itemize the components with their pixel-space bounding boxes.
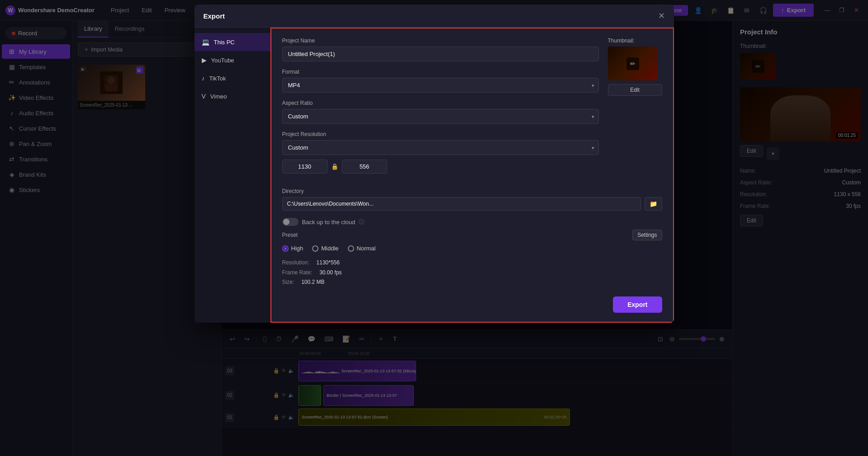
cloud-backup-label: Back up to the cloud <box>302 219 356 226</box>
cloud-backup-row: Back up to the cloud ⓘ <box>282 218 662 226</box>
preset-info-framerate: Frame Rate: 30.00 fps <box>282 268 662 278</box>
thumbnail-edit-button[interactable]: Edit <box>608 84 662 96</box>
modal-header: Export ✕ <box>194 5 674 28</box>
aspect-ratio-select[interactable]: Custom 16:9 4:3 <box>282 109 599 124</box>
radio-dot-high <box>284 247 287 250</box>
tiktok-icon: ♪ <box>202 75 205 82</box>
export-left-nav: 💻 This PC ▶ YouTube ♪ TikTok V Vimeo <box>194 28 271 323</box>
preset-resolution-val: 1130*556 <box>317 258 340 268</box>
preset-info: Resolution: 1130*556 Frame Rate: 30.00 f… <box>282 258 662 287</box>
preset-option-high[interactable]: High <box>282 245 304 252</box>
modal-overlay: Export ✕ 💻 This PC ▶ YouTube ♪ TikTok <box>0 0 868 456</box>
modal-title: Export <box>204 12 225 20</box>
radio-normal <box>348 245 354 252</box>
preset-normal-label: Normal <box>357 245 376 252</box>
vimeo-icon: V <box>202 93 206 100</box>
modal-export-button[interactable]: Export <box>613 296 662 313</box>
preset-size-key: Size: <box>282 277 294 287</box>
radio-middle <box>312 245 318 252</box>
resolution-select-wrap: Custom 1920x1080 1280x720 ▾ <box>282 140 599 155</box>
project-name-label: Project Name <box>282 38 599 44</box>
export-nav-this-pc[interactable]: 💻 This PC <box>194 33 270 51</box>
youtube-icon: ▶ <box>202 56 207 64</box>
browse-button[interactable]: 📁 <box>645 197 662 211</box>
radio-high <box>282 245 289 252</box>
preset-section: Preset Settings High Middle <box>282 230 662 287</box>
aspect-ratio-label: Aspect Ratio <box>282 100 599 106</box>
cloud-info-icon[interactable]: ⓘ <box>359 218 364 226</box>
resolution-select[interactable]: Custom 1920x1080 1280x720 <box>282 140 599 155</box>
preset-options: High Middle Normal <box>282 245 662 252</box>
format-select[interactable]: MP4 MOV AVI <box>282 78 599 93</box>
thumbnail-edit-icon: ✏ <box>626 57 639 70</box>
directory-input[interactable] <box>282 197 641 211</box>
format-row: Format MP4 MOV AVI ▾ <box>282 69 599 93</box>
project-resolution-label: Project Resolution <box>282 131 599 137</box>
project-name-row: Project Name <box>282 38 599 61</box>
tiktok-label: TikTok <box>209 75 226 82</box>
preset-resolution-key: Resolution: <box>282 258 309 268</box>
export-form: Project Name Format MP4 MOV AVI <box>271 28 674 323</box>
format-label: Format <box>282 69 599 75</box>
lock-icon: 🔒 <box>331 163 338 170</box>
preset-label: Preset <box>282 232 298 238</box>
export-nav-vimeo[interactable]: V Vimeo <box>194 87 270 105</box>
this-pc-label: This PC <box>214 39 235 46</box>
thumbnail-box: ✏ <box>608 47 658 80</box>
directory-label: Directory <box>282 188 662 194</box>
project-name-input[interactable] <box>282 47 599 61</box>
preset-framerate-val: 30.00 fps <box>319 268 342 278</box>
thumbnail-label: Thumbnail: <box>608 38 662 44</box>
preset-info-size: Size: 100.2 MB <box>282 277 662 287</box>
resolution-inputs: 🔒 <box>282 160 599 174</box>
format-select-wrap: MP4 MOV AVI ▾ <box>282 78 599 93</box>
preset-framerate-key: Frame Rate: <box>282 268 313 278</box>
toggle-thumb <box>283 219 289 225</box>
form-left-col: Project Name Format MP4 MOV AVI <box>282 38 599 181</box>
preset-header: Preset Settings <box>282 230 662 240</box>
preset-settings-button[interactable]: Settings <box>632 230 662 240</box>
preset-option-normal[interactable]: Normal <box>348 245 376 252</box>
youtube-label: YouTube <box>211 57 234 64</box>
directory-input-row: 📁 <box>282 197 662 211</box>
modal-body: 💻 This PC ▶ YouTube ♪ TikTok V Vimeo <box>194 28 674 323</box>
export-nav-tiktok[interactable]: ♪ TikTok <box>194 69 270 87</box>
form-top-row: Project Name Format MP4 MOV AVI <box>282 38 662 181</box>
preset-high-label: High <box>291 245 304 252</box>
cloud-backup-toggle[interactable] <box>282 218 299 226</box>
modal-close-button[interactable]: ✕ <box>658 11 665 21</box>
form-footer: Export <box>282 296 662 313</box>
width-input[interactable] <box>282 160 327 174</box>
aspect-ratio-select-wrap: Custom 16:9 4:3 ▾ <box>282 109 599 124</box>
preset-option-middle[interactable]: Middle <box>312 245 338 252</box>
project-resolution-row: Project Resolution Custom 1920x1080 1280… <box>282 131 599 174</box>
directory-row: Directory 📁 <box>282 188 662 211</box>
export-modal: Export ✕ 💻 This PC ▶ YouTube ♪ TikTok <box>194 5 674 323</box>
aspect-ratio-row: Aspect Ratio Custom 16:9 4:3 ▾ <box>282 100 599 124</box>
preset-info-resolution: Resolution: 1130*556 <box>282 258 662 268</box>
vimeo-label: Vimeo <box>210 93 227 100</box>
preset-size-val: 100.2 MB <box>301 277 324 287</box>
preset-middle-label: Middle <box>321 245 338 252</box>
height-input[interactable] <box>342 160 387 174</box>
export-nav-youtube[interactable]: ▶ YouTube <box>194 51 270 69</box>
this-pc-icon: 💻 <box>202 38 209 46</box>
thumbnail-col: Thumbnail: ✏ Edit <box>608 38 662 181</box>
